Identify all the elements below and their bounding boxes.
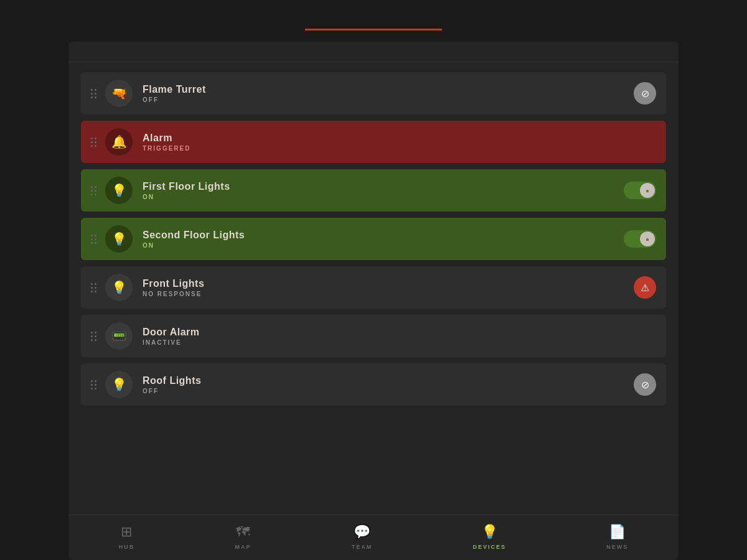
device-info-front-lights: Front LightsNO RESPONSE <box>143 278 634 297</box>
device-list: 🔫Flame TurretOFF⊘🔔AlarmTRIGGERED💡First F… <box>68 62 679 515</box>
drag-handle <box>91 380 96 390</box>
device-info-door-alarm: Door AlarmINACTIVE <box>143 327 656 346</box>
device-row-roof-lights[interactable]: 💡Roof LightsOFF⊘ <box>81 363 666 406</box>
device-name-flame-turret: Flame Turret <box>143 84 634 95</box>
device-status-second-floor-lights: ON <box>143 242 624 249</box>
nav-icon-map: 🗺 <box>236 524 250 540</box>
panel-header <box>68 42 679 62</box>
btn-flame-turret[interactable]: ⊘ <box>634 82 656 105</box>
nav-item-hub[interactable]: ⊞HUB <box>119 524 135 550</box>
device-status-first-floor-lights: ON <box>143 194 624 200</box>
drag-handle <box>91 186 96 195</box>
device-control-flame-turret[interactable]: ⊘ <box>634 82 656 105</box>
device-info-second-floor-lights: Second Floor LightsON <box>143 230 624 249</box>
device-control-roof-lights[interactable]: ⊘ <box>634 373 656 396</box>
device-icon-roof-lights: 💡 <box>105 371 133 398</box>
device-icon-second-floor-lights: 💡 <box>105 225 133 253</box>
main-panel: 🔫Flame TurretOFF⊘🔔AlarmTRIGGERED💡First F… <box>68 42 679 560</box>
device-icon-front-lights: 💡 <box>105 274 133 301</box>
device-info-first-floor-lights: First Floor LightsON <box>143 181 624 200</box>
btn-front-lights[interactable]: ⚠ <box>634 276 656 299</box>
nav-item-team[interactable]: 💬TEAM <box>352 524 373 550</box>
btn-roof-lights[interactable]: ⊘ <box>634 373 656 396</box>
toggle-first-floor-lights[interactable]: ● <box>624 182 656 199</box>
device-name-second-floor-lights: Second Floor Lights <box>143 230 624 241</box>
device-control-first-floor-lights[interactable]: ● <box>624 182 656 199</box>
nav-label-hub: HUB <box>119 544 135 550</box>
nav-icon-hub: ⊞ <box>121 524 132 540</box>
device-row-alarm[interactable]: 🔔AlarmTRIGGERED <box>81 121 666 163</box>
nav-item-devices[interactable]: 💡DEVICES <box>473 524 507 550</box>
drag-handle <box>91 235 96 244</box>
device-status-flame-turret: OFF <box>143 96 634 103</box>
nav-label-devices: DEVICES <box>473 544 507 550</box>
nav-icon-team: 💬 <box>354 524 370 540</box>
nav-icon-news: 📄 <box>609 524 626 540</box>
nav-item-news[interactable]: 📄NEWS <box>606 524 628 550</box>
nav-item-map[interactable]: 🗺MAP <box>235 524 251 550</box>
device-name-roof-lights: Roof Lights <box>143 375 634 386</box>
nav-icon-devices: 💡 <box>481 524 498 540</box>
device-row-front-lights[interactable]: 💡Front LightsNO RESPONSE⚠ <box>81 266 666 309</box>
device-status-roof-lights: OFF <box>143 388 634 394</box>
device-status-door-alarm: INACTIVE <box>143 339 656 346</box>
toggle-second-floor-lights[interactable]: ● <box>624 230 656 248</box>
device-status-front-lights: NO RESPONSE <box>143 291 634 297</box>
device-icon-door-alarm: 📟 <box>105 322 133 350</box>
device-control-second-floor-lights[interactable]: ● <box>624 230 656 248</box>
drag-handle <box>91 89 96 98</box>
device-info-roof-lights: Roof LightsOFF <box>143 375 634 394</box>
drag-handle <box>91 138 96 147</box>
nav-label-map: MAP <box>235 544 251 550</box>
device-name-alarm: Alarm <box>143 133 656 144</box>
device-icon-first-floor-lights: 💡 <box>105 177 133 204</box>
device-row-flame-turret[interactable]: 🔫Flame TurretOFF⊘ <box>81 72 666 114</box>
device-icon-alarm: 🔔 <box>105 128 133 156</box>
nav-label-team: TEAM <box>352 544 373 550</box>
device-icon-flame-turret: 🔫 <box>105 80 133 107</box>
device-row-first-floor-lights[interactable]: 💡First Floor LightsON● <box>81 169 666 212</box>
device-name-front-lights: Front Lights <box>143 278 634 289</box>
device-info-flame-turret: Flame TurretOFF <box>143 84 634 103</box>
title-underline <box>305 29 442 30</box>
device-info-alarm: AlarmTRIGGERED <box>143 133 656 152</box>
device-name-door-alarm: Door Alarm <box>143 327 656 338</box>
bottom-nav: ⊞HUB🗺MAP💬TEAM💡DEVICES📄NEWS <box>68 515 679 560</box>
device-row-second-floor-lights[interactable]: 💡Second Floor LightsON● <box>81 218 666 260</box>
nav-label-news: NEWS <box>606 544 628 550</box>
device-control-front-lights[interactable]: ⚠ <box>634 276 656 299</box>
device-status-alarm: TRIGGERED <box>143 145 656 152</box>
device-name-first-floor-lights: First Floor Lights <box>143 181 624 192</box>
page-header <box>0 0 747 42</box>
drag-handle <box>91 283 96 292</box>
drag-handle <box>91 332 96 341</box>
device-row-door-alarm[interactable]: 📟Door AlarmINACTIVE <box>81 315 666 357</box>
